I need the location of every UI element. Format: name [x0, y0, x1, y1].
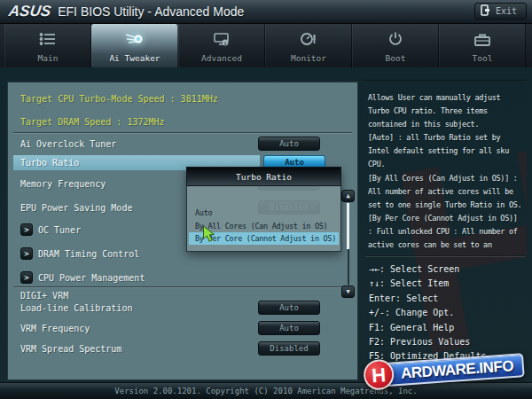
setting-label: Memory Frequency: [20, 179, 106, 189]
list-icon: [39, 29, 57, 49]
tab-ai-tweaker-label: Ai Tweaker: [109, 53, 160, 63]
setting-label: Load-line Calibration: [20, 303, 132, 313]
tab-monitor-label: Monitor: [291, 53, 326, 63]
setting-row-vrm-spread-spectrum[interactable]: VRM Spread Spectrum Disabled: [13, 341, 352, 356]
submenu-arrow-icon: >: [20, 223, 33, 236]
setting-row-cpu-power-management[interactable]: > CPU Power Management: [13, 270, 352, 286]
setting-row-load-line-calibration[interactable]: Load-line Calibration Auto: [13, 301, 352, 316]
tab-advanced-label: Advanced: [201, 53, 242, 63]
hotkey-line: F2: Previous Values: [369, 335, 486, 349]
setting-label: CPU Power Management: [38, 273, 145, 283]
setting-value-button[interactable]: Auto: [258, 321, 320, 335]
setting-label: VRM Spread Spectrum: [20, 344, 121, 354]
setting-row-vrm-frequency[interactable]: VRM Frequency Auto: [13, 321, 352, 336]
setting-label: Turbo Ratio: [20, 158, 79, 168]
help-panel: H Allows User can manually adjust Turbo …: [364, 80, 527, 380]
page-title: EFI BIOS Utility - Advanced Mode: [58, 4, 244, 19]
mouse-cursor-icon: [202, 225, 215, 246]
tab-tool[interactable]: Tool: [439, 24, 526, 67]
version-bar: Version 2.00.1201. Copyright (C) 2010 Am…: [0, 382, 532, 399]
toolbox-icon: [473, 29, 491, 49]
bios-window: ASUS EFI BIOS Utility - Advanced Mode Ex…: [0, 0, 532, 399]
setting-value-button[interactable]: Auto: [258, 137, 320, 151]
tab-monitor[interactable]: Monitor: [265, 24, 352, 67]
popup-option-auto[interactable]: Auto: [189, 207, 339, 219]
submenu-arrow-icon: >: [20, 247, 33, 260]
tab-main-label: Main: [38, 53, 59, 63]
hotkey-line: Enter: Select: [369, 292, 486, 306]
hotkey-line: F1: General Help: [369, 321, 486, 335]
titlebar: ASUS EFI BIOS Utility - Advanced Mode Ex…: [0, 0, 532, 24]
setting-value-button[interactable]: Auto: [258, 301, 320, 315]
asus-logo: ASUS: [8, 3, 52, 20]
power-icon: [387, 29, 403, 49]
content-area: Target CPU Turbo-Mode Speed : 3811MHz Ta…: [0, 67, 532, 382]
setting-row-ai-overclock-tuner[interactable]: Ai Overclock Tuner Auto: [13, 137, 352, 152]
help-text: Allows User can manually adjust Turbo CP…: [368, 91, 526, 252]
scrollbar-thumb[interactable]: [347, 203, 349, 249]
target-dram-speed: Target DRAM Speed : 1372MHz: [20, 117, 165, 127]
comet-icon: [124, 29, 145, 49]
target-cpu-speed: Target CPU Turbo-Mode Speed : 3811MHz: [20, 94, 218, 104]
exit-door-icon: [481, 4, 490, 18]
tab-tool-label: Tool: [473, 53, 493, 63]
setting-value-button[interactable]: Disabled: [258, 341, 320, 356]
section-divider: [13, 286, 352, 288]
help-divider: [365, 255, 525, 257]
digi-vrm-section-label: DIGI+ VRM: [20, 291, 68, 301]
tab-bar: Main Ai Tweaker i Advanced Monitor Boot: [0, 24, 532, 67]
scroll-up-button[interactable]: ▲: [341, 190, 355, 202]
exit-button[interactable]: Exit: [474, 3, 527, 20]
hotkey-line: →←: Select Screen: [369, 262, 486, 277]
scroll-down-button[interactable]: ▼: [341, 286, 355, 298]
setting-label: DRAM Timing Control: [38, 249, 139, 259]
setting-label: VRM Frequency: [20, 324, 90, 333]
setting-label: Ai Overclock Tuner: [20, 139, 116, 149]
section-divider: [13, 132, 352, 134]
tab-boot[interactable]: Boot: [352, 24, 439, 67]
exit-label: Exit: [496, 6, 517, 16]
setting-label: EPU Power Saving Mode: [20, 203, 132, 213]
setting-label: OC Tuner: [38, 225, 81, 235]
submenu-arrow-icon: >: [20, 271, 33, 284]
tab-advanced[interactable]: i Advanced: [178, 24, 265, 67]
screen-info-icon: i: [213, 29, 231, 49]
hotkey-line: ↑↓: Select Item: [369, 277, 486, 291]
tab-boot-label: Boot: [386, 53, 406, 63]
tab-ai-tweaker[interactable]: Ai Tweaker: [91, 24, 178, 67]
tab-main[interactable]: Main: [4, 24, 91, 67]
hotkey-line: +/-: Change Opt.: [369, 306, 486, 320]
hardware-info-logo-text: ARDWARE.INFO: [400, 357, 513, 383]
popup-title: Turbo Ratio: [186, 167, 341, 186]
gauge-icon: [300, 29, 317, 49]
